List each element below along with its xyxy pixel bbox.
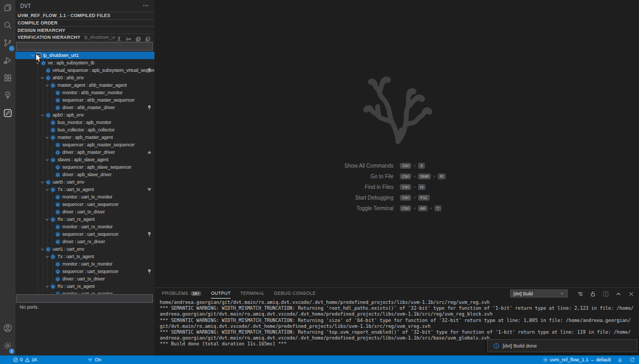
- activity-search[interactable]: [0, 18, 15, 35]
- more-actions-icon[interactable]: [142, 2, 149, 10]
- maximize-panel-icon[interactable]: [615, 290, 622, 297]
- tree-item-monitor[interactable]: monitor : uart_tx_monitor: [15, 193, 154, 201]
- run-debug-icon: [3, 56, 12, 67]
- section-compile-order[interactable]: COMPILE ORDER: [15, 20, 154, 27]
- chevron-down-icon[interactable]: [45, 284, 50, 289]
- pin-icon[interactable]: [147, 105, 152, 110]
- tree-item-apb0[interactable]: apb0 : apb_env: [15, 111, 154, 119]
- chevron-down-icon[interactable]: [40, 179, 45, 185]
- tree-item-slaves[interactable]: slaves : apb_slave_agent: [15, 156, 154, 163]
- notification-toast[interactable]: [dvt] Build done: [487, 339, 637, 352]
- triangle-down-icon[interactable]: [147, 187, 152, 192]
- activity-dvt-edit[interactable]: [0, 105, 15, 123]
- tree-item-driver[interactable]: driver : uart_tx_driver: [15, 208, 154, 216]
- trace-icon[interactable]: [126, 35, 132, 40]
- tree-item-virtual_sequencer[interactable]: virtual_sequencer : apb_subsystem_virtua…: [15, 67, 154, 74]
- sidebar: DVT UVM_REF_FLOW_1.1 - COMPILED FILESCOM…: [15, 0, 154, 355]
- section-label: COMPILE ORDER: [18, 20, 58, 26]
- tree-item-label: monitor : uart_tx_monitor: [62, 261, 112, 267]
- tree-item-sequencer[interactable]: sequencer : apb_master_sequencer: [15, 141, 154, 148]
- hierarchy-filter-input[interactable]: [16, 42, 153, 51]
- tree-item-sequencer[interactable]: sequencer : uart_sequencer: [15, 268, 154, 275]
- problems-status[interactable]: 0 1K: [13, 357, 37, 363]
- activity-dvt-tools[interactable]: [0, 88, 15, 105]
- verification-hierarchy-tree: lp_shutdown_urt1ve : apb_subsystem_tbvir…: [15, 52, 154, 294]
- tree-item-monitor[interactable]: monitor : uart_tx_monitor: [15, 260, 154, 268]
- tree-item-label: driver : uart_tx_driver: [62, 276, 105, 282]
- ports-filter-input[interactable]: [16, 294, 153, 303]
- tree-item-Rx[interactable]: Rx : uart_rx_agent: [15, 283, 154, 290]
- plus-separator: +: [413, 174, 416, 179]
- tree-item-driver[interactable]: driver : uart_rx_driver: [15, 238, 154, 245]
- component-icon: [55, 172, 61, 178]
- tab-output[interactable]: OUTPUT: [211, 288, 231, 299]
- activity-extensions[interactable]: [0, 70, 15, 88]
- activity-account[interactable]: [0, 320, 15, 338]
- tree-item-ve[interactable]: ve : apb_subsystem_tb: [15, 59, 154, 67]
- activity-settings[interactable]: 1: [0, 338, 15, 355]
- tree-item-master_agent[interactable]: master_agent : ahb_master_agent: [15, 81, 154, 89]
- tree-item-sequencer[interactable]: sequencer : apb_slave_sequencer: [15, 163, 154, 171]
- dvt-ide-window: 1 DVT UVM_REF_FLOW_1.1 - COMPILED FILESC…: [0, 0, 639, 364]
- section-uvm-ref-flow-1-1-compiled-files[interactable]: UVM_REF_FLOW_1.1 - COMPILED FILES: [15, 12, 154, 20]
- clear-output-icon[interactable]: [577, 290, 584, 297]
- tree-item-driver[interactable]: driver : uart_tx_driver: [15, 275, 154, 283]
- plus-separator: +: [413, 163, 416, 168]
- tree-item-sequencer[interactable]: sequencer : ahb_master_sequencer: [15, 96, 154, 104]
- tree-item-monitor[interactable]: monitor : uart_rx_monitor: [15, 223, 154, 230]
- tree-item-Tx[interactable]: Tx : uart_tx_agent: [15, 186, 154, 193]
- tab-terminal[interactable]: TERMINAL: [240, 288, 265, 299]
- tree-item-uart1[interactable]: uart1 : uart_env: [15, 245, 154, 253]
- chevron-down-icon[interactable]: [45, 82, 50, 88]
- tree-item-ahb0[interactable]: ahb0 : ahb_env: [15, 74, 154, 81]
- project-label: uvm_ref_flow_1.1 → default: [550, 357, 611, 362]
- tree-item-uart0[interactable]: uart0 : uart_env: [15, 178, 154, 186]
- unlock-scroll-icon[interactable]: [589, 290, 596, 297]
- activity-source-control[interactable]: [0, 35, 15, 53]
- activity-run-debug[interactable]: [0, 53, 15, 70]
- hierarchy-icon[interactable]: [116, 35, 122, 40]
- tree-item-driver[interactable]: driver : apb_master_driver: [15, 148, 154, 156]
- tab-debug-console[interactable]: DEBUG CONSOLE: [274, 288, 316, 299]
- close-panel-icon[interactable]: [628, 290, 635, 297]
- tree-item-Tx[interactable]: Tx : uart_tx_agent: [15, 253, 154, 260]
- chevron-down-icon[interactable]: [40, 112, 45, 118]
- stack-icon[interactable]: [145, 35, 151, 40]
- tree-item-master[interactable]: master : apb_master_agent: [15, 134, 154, 141]
- tree-item-lp_shutdown_urt1[interactable]: lp_shutdown_urt1: [15, 52, 154, 59]
- refresh-icon[interactable]: [629, 357, 635, 363]
- triangle-up-icon[interactable]: [147, 150, 152, 155]
- chevron-down-icon[interactable]: [45, 135, 50, 140]
- chevron-down-icon[interactable]: [30, 53, 36, 58]
- tab-problems[interactable]: PROBLEMS1K+: [162, 288, 201, 299]
- pin-icon[interactable]: [147, 269, 152, 274]
- collapse-all-icon[interactable]: [135, 35, 141, 40]
- tree-item-driver[interactable]: driver : apb_slave_driver: [15, 171, 154, 178]
- open-in-editor-icon[interactable]: [602, 290, 609, 297]
- output-line: *** SEMANTIC WARNING: WIDTH_MISMATCH_TRU…: [160, 329, 636, 335]
- section-design-hierarchy[interactable]: DESIGN HIERARCHY: [15, 27, 154, 34]
- tree-item-monitor[interactable]: monitor : uart_rx_monitor: [15, 290, 154, 294]
- tree-item-driver[interactable]: driver : ahb_master_driver: [15, 104, 154, 111]
- chevron-down-icon[interactable]: [40, 75, 45, 80]
- activity-explorer[interactable]: [0, 0, 15, 18]
- pin-icon[interactable]: [147, 68, 152, 73]
- tree-item-Rx[interactable]: Rx : uart_rx_agent: [15, 216, 154, 223]
- section-verification-hierarchy[interactable]: VERIFICATION HIERARCHYlp_shutdown_urt1: [15, 34, 154, 42]
- tree-item-monitor[interactable]: monitor : ahb_master_monitor: [15, 89, 154, 96]
- chevron-down-icon[interactable]: [35, 60, 40, 65]
- dvt-engine-status[interactable]: On: [87, 357, 101, 363]
- bell-icon[interactable]: [617, 357, 623, 363]
- project-status[interactable]: uvm_ref_flow_1.1 → default: [543, 357, 611, 363]
- chevron-down-icon[interactable]: [45, 254, 50, 259]
- chevron-down-icon[interactable]: [45, 187, 50, 192]
- tree-item-bus_monitor[interactable]: bus_monitor : apb_monitor: [15, 119, 154, 126]
- output-channel-select[interactable]: [dvt] Build: [510, 289, 568, 297]
- tree-item-bus_collector[interactable]: bus_collector : apb_collector: [15, 126, 154, 134]
- tree-item-sequencer[interactable]: sequencer : uart_sequencer: [15, 201, 154, 208]
- tree-item-sequencer[interactable]: sequencer : uart_sequencer: [15, 230, 154, 238]
- pin-icon[interactable]: [147, 231, 152, 237]
- chevron-down-icon[interactable]: [40, 246, 45, 252]
- chevron-down-icon[interactable]: [45, 157, 50, 162]
- chevron-down-icon[interactable]: [45, 217, 50, 222]
